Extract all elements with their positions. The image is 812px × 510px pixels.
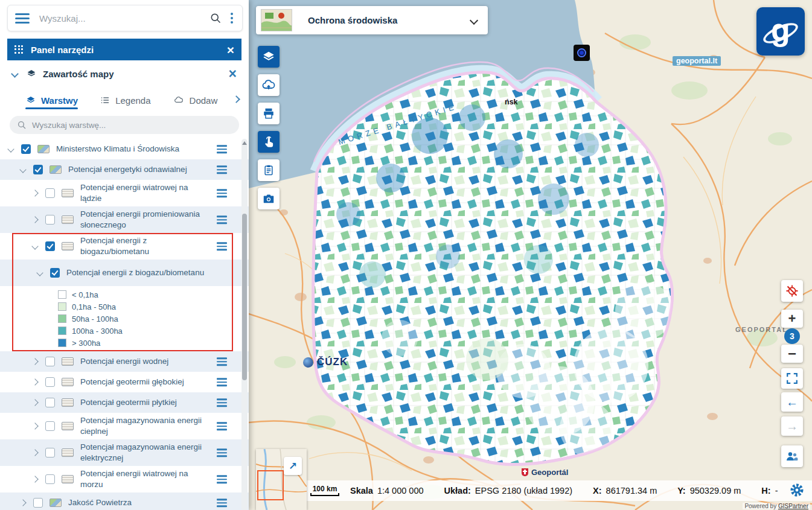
close-panel-icon[interactable]: ×: [227, 43, 234, 56]
tab-add-data[interactable]: Dodaw: [173, 87, 218, 113]
row-menu-icon[interactable]: [217, 448, 227, 457]
zoom-in-button[interactable]: +: [781, 310, 803, 328]
cuzk-label: ČÚZK: [317, 356, 348, 368]
report-button[interactable]: [258, 159, 280, 181]
layer-thumbnail-icon: [62, 215, 74, 224]
row-menu-icon[interactable]: [217, 378, 227, 386]
chevron-right-icon[interactable]: [19, 499, 26, 506]
row-menu-icon[interactable]: [217, 215, 227, 224]
next-view-button[interactable]: →: [781, 416, 803, 436]
chevron-right-icon[interactable]: [31, 476, 38, 482]
map-canvas[interactable]: MORZE BAŁTYCKIE: [249, 0, 812, 510]
geoportal-logo[interactable]: g: [756, 7, 805, 56]
chevron-right-icon[interactable]: [31, 399, 38, 406]
layer-checkbox[interactable]: [45, 421, 55, 431]
disable-crosshair-button[interactable]: [781, 280, 803, 302]
scroll-up-arrow-icon[interactable]: [242, 141, 247, 145]
layer-checkbox[interactable]: [45, 448, 55, 457]
chevron-down-icon[interactable]: [31, 243, 38, 249]
chevron-right-icon[interactable]: [31, 190, 38, 196]
layer-row-renewable-potential[interactable]: Potencjał energetyki odnawialnej: [0, 159, 249, 180]
scrollbar-thumb[interactable]: [242, 214, 247, 380]
layer-row-solar[interactable]: Potencjał energii promieniowania słonecz…: [0, 206, 249, 233]
fullscreen-button[interactable]: [781, 368, 803, 389]
layer-row-deep-geothermal[interactable]: Potencjał geotermii głębokiej: [0, 372, 249, 392]
row-menu-icon[interactable]: [217, 475, 227, 483]
contact-button[interactable]: [781, 445, 803, 467]
global-search-input[interactable]: [39, 13, 209, 24]
cloud-services-button[interactable]: [258, 74, 280, 96]
layer-row-electric-storage[interactable]: Potencjał magazynowania energii elektryc…: [0, 439, 249, 466]
row-menu-icon[interactable]: [217, 422, 227, 430]
scale-bar: 100 km: [310, 485, 339, 496]
layers-tool-button[interactable]: [258, 46, 280, 68]
row-menu-icon[interactable]: [217, 357, 227, 366]
layer-checkbox[interactable]: [45, 357, 55, 366]
geoportal-app: MORZE BAŁTYCKIE geoportal.lt GEOPORTAL Č…: [0, 0, 812, 510]
legend-swatch: [58, 339, 66, 347]
row-menu-icon[interactable]: [217, 242, 227, 250]
layer-checkbox[interactable]: [33, 498, 43, 508]
previous-view-button[interactable]: ←: [781, 392, 803, 412]
layer-label: Potencjał energii promieniowania słonecz…: [80, 209, 211, 230]
print-button[interactable]: [258, 103, 280, 124]
layer-row-thermal-storage[interactable]: Potencjał magazynowania energii cieplnej: [0, 413, 249, 439]
layer-checkbox[interactable]: [45, 188, 55, 198]
gispartner-link[interactable]: GISPartner: [778, 503, 808, 509]
more-tabs-chevron-icon[interactable]: [232, 95, 240, 103]
layer-checkbox[interactable]: [45, 377, 55, 387]
more-options-icon[interactable]: [229, 13, 235, 24]
chevron-right-icon[interactable]: [31, 358, 38, 365]
screenshot-button[interactable]: [258, 188, 280, 209]
row-menu-icon[interactable]: [217, 189, 227, 197]
layer-checkbox[interactable]: [50, 268, 60, 278]
touch-select-button[interactable]: [258, 131, 280, 153]
row-menu-icon[interactable]: [217, 499, 227, 507]
tab-legend[interactable]: Legenda: [100, 87, 150, 113]
crosshair-off-icon: [785, 284, 799, 298]
layer-checkbox[interactable]: [45, 241, 55, 251]
layer-row-biogas-sublayer[interactable]: Potencjał energii z biogazu/biometanu: [0, 260, 249, 286]
chevron-right-icon[interactable]: [31, 449, 38, 456]
chevron-down-icon[interactable]: [7, 145, 14, 152]
map-theme-dropdown[interactable]: Ochrona środowiska: [256, 6, 488, 34]
layer-checkbox[interactable]: [45, 398, 55, 407]
chevron-down-icon[interactable]: [19, 166, 26, 173]
grid-apps-icon[interactable]: [14, 45, 24, 54]
layer-checkbox[interactable]: [21, 144, 31, 154]
chevron-down-icon[interactable]: [11, 70, 19, 78]
layers-icon: [262, 50, 275, 63]
panel-scrollbar[interactable]: [241, 139, 248, 510]
layer-checkbox[interactable]: [45, 474, 55, 484]
layer-row-air-quality[interactable]: Jakość Powietrza: [0, 492, 249, 510]
row-menu-icon[interactable]: [217, 165, 227, 174]
minimap-expand-button[interactable]: ↗: [284, 457, 302, 475]
layer-row-shallow-geothermal[interactable]: Potencjał geotermii płytkiej: [0, 392, 249, 413]
layer-row-ministry[interactable]: Ministerstwo Klimatu i Środowiska: [0, 139, 249, 159]
legend-tab-icon: [100, 95, 110, 105]
chevron-down-icon[interactable]: [36, 269, 43, 276]
tab-layers[interactable]: Warstwy: [25, 87, 78, 113]
legend-item: < 0,1ha: [58, 288, 249, 301]
legend-item: > 300ha: [58, 337, 249, 349]
menu-hamburger-icon[interactable]: [15, 13, 30, 24]
layer-checkbox[interactable]: [33, 165, 43, 174]
close-section-icon[interactable]: ×: [229, 67, 237, 81]
search-icon[interactable]: [209, 12, 222, 24]
layer-checkbox[interactable]: [45, 215, 55, 225]
layer-row-hydro[interactable]: Potencjał energii wodnej: [0, 351, 249, 372]
layer-row-biogas[interactable]: Potencjał energii z biogazu/biometanu: [0, 233, 249, 260]
layer-row-wind-onshore[interactable]: Potencjał energii wiatrowej na lądzie: [0, 180, 249, 206]
row-menu-icon[interactable]: [217, 145, 227, 153]
settings-button[interactable]: [789, 482, 806, 499]
chevron-right-icon[interactable]: [31, 422, 38, 429]
layer-row-wind-offshore[interactable]: Potencjał energii wiatrowej na morzu: [0, 466, 249, 492]
chevron-right-icon[interactable]: [31, 378, 38, 385]
map-area[interactable]: MORZE BAŁTYCKIE geoportal.lt GEOPORTAL Č…: [249, 0, 812, 510]
overview-minimap[interactable]: ↗: [256, 449, 307, 510]
row-menu-icon[interactable]: [217, 398, 227, 407]
layer-search-input[interactable]: [32, 121, 232, 130]
zoom-out-button[interactable]: −: [781, 345, 803, 363]
theme-thumbnail: [261, 9, 292, 31]
chevron-right-icon[interactable]: [31, 216, 38, 223]
